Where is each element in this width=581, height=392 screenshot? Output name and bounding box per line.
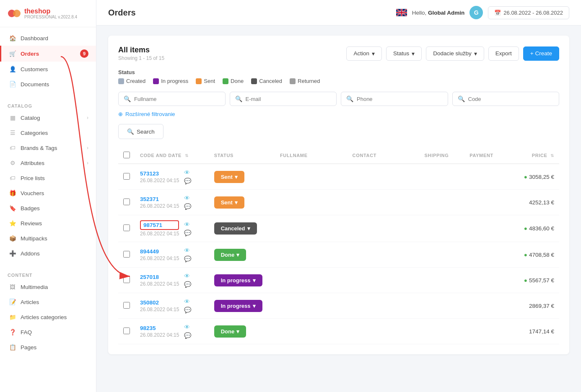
avatar[interactable]: G (469, 6, 483, 19)
status-label: In progress (221, 303, 251, 309)
status-label: Sent (221, 199, 233, 206)
advanced-filter[interactable]: ⊕ Rozšírené filtrovanie (118, 111, 559, 117)
phone-filter[interactable]: 🔍 (341, 92, 448, 106)
email-input[interactable] (246, 96, 332, 102)
order-code-link[interactable]: 352371 (140, 196, 179, 202)
sidebar-item-brands-tags[interactable]: 🏷 Brands & Tags › (0, 140, 96, 155)
row-checkbox[interactable] (123, 328, 130, 334)
code-input[interactable] (468, 96, 554, 102)
status-badge[interactable]: Done ▾ (214, 249, 246, 261)
order-code-link[interactable]: 257018 (140, 274, 179, 280)
order-code-link[interactable]: 350802 (140, 299, 179, 306)
col-status: STATUS (209, 147, 275, 164)
status-label: In progress (221, 277, 251, 284)
sidebar-item-pages[interactable]: 📋 Pages (0, 340, 96, 355)
date-range-filter[interactable]: 📅 26.08.2022 - 26.08.2022 (488, 6, 569, 19)
view-icon[interactable]: 👁 (184, 324, 191, 330)
sidebar-item-catalog[interactable]: ▦ Catalog › (0, 110, 96, 125)
status-button[interactable]: Status ▾ (386, 46, 422, 61)
email-filter[interactable]: 🔍 (230, 92, 337, 106)
status-badge[interactable]: Sent ▾ (214, 196, 244, 209)
order-code-highlighted[interactable]: 987571 (140, 220, 179, 230)
status-badge[interactable]: In progress ▾ (214, 274, 262, 286)
user-name: Global Admin (428, 10, 464, 16)
message-icon[interactable]: 💬 (184, 255, 191, 262)
search-button[interactable]: 🔍 Search (118, 124, 163, 139)
message-icon[interactable]: 💬 (184, 281, 191, 288)
create-button[interactable]: + Create (523, 46, 559, 61)
sidebar-item-multipacks[interactable]: 📦 Multipacks (0, 231, 96, 246)
price-value: 1747,14 € (529, 328, 554, 335)
row-checkbox[interactable] (123, 276, 130, 283)
view-icon[interactable]: 👁 (184, 247, 191, 254)
code-filter[interactable]: 🔍 (452, 92, 560, 106)
sidebar-item-vouchers[interactable]: 🎁 Vouchers (0, 186, 96, 201)
col-contact: CONTACT (348, 147, 420, 164)
sidebar-item-customers[interactable]: 👤 Customers (0, 62, 96, 77)
plus-circle-icon: ➕ (9, 250, 16, 257)
view-icon[interactable]: 👁 (184, 169, 191, 176)
row-checkbox[interactable] (123, 173, 130, 180)
sidebar-item-multimedia[interactable]: 🖼 Multimedia (0, 279, 96, 294)
col-price[interactable]: PRICE ⇅ (510, 147, 559, 164)
action-button[interactable]: Action ▾ (346, 46, 382, 61)
row-actions: 👁 💬 (184, 273, 191, 288)
sidebar-item-badges[interactable]: 🔖 Badges (0, 201, 96, 216)
chevron-down-icon: ▾ (235, 199, 238, 206)
sidebar-item-articles-categories[interactable]: 📁 Articles categories (0, 309, 96, 325)
sidebar-item-reviews[interactable]: ⭐ Reviews (0, 216, 96, 231)
view-icon[interactable]: 👁 (184, 273, 191, 279)
chevron-down-icon: ▾ (412, 50, 415, 57)
status-badge[interactable]: In progress ▾ (214, 300, 262, 312)
sidebar-item-orders[interactable]: 🛒 Orders 9 (0, 46, 96, 62)
table-row: 98235 26.08.2022 04:15 👁 💬 Done ▾ 1747,1… (118, 319, 559, 344)
search-icon: 🔍 (458, 95, 465, 102)
phone-input[interactable] (357, 96, 443, 102)
order-code-link[interactable]: 894449 (140, 248, 179, 255)
fullname-filter[interactable]: 🔍 (118, 92, 226, 106)
sidebar-item-documents[interactable]: 📄 Documents (0, 77, 96, 92)
export-button[interactable]: Export (488, 46, 519, 61)
row-checkbox[interactable] (123, 302, 130, 309)
topbar: Orders Hello, Global Admin (96, 0, 581, 26)
message-icon[interactable]: 💬 (184, 203, 191, 210)
message-icon[interactable]: 💬 (184, 332, 191, 339)
status-badge[interactable]: Canceled ▾ (214, 222, 257, 235)
view-icon[interactable]: 👁 (184, 221, 191, 228)
dodacie-button[interactable]: Dodacie služby ▾ (426, 46, 484, 61)
view-icon[interactable]: 👁 (184, 195, 191, 201)
language-flag[interactable] (396, 9, 407, 16)
view-icon[interactable]: 👁 (184, 298, 191, 305)
order-code-link[interactable]: 573123 (140, 170, 179, 177)
returned-dot (290, 78, 296, 84)
row-checkbox[interactable] (123, 251, 130, 258)
row-checkbox[interactable] (123, 224, 130, 231)
status-badge[interactable]: Done ▾ (214, 325, 246, 338)
message-icon[interactable]: 💬 (184, 178, 191, 184)
message-icon[interactable]: 💬 (184, 307, 191, 313)
status-legend: Created In progress Sent Done (118, 78, 559, 84)
sidebar-item-dashboard[interactable]: 🏠 Dashboard (0, 31, 96, 46)
status-badge[interactable]: Sent ▾ (214, 171, 244, 183)
sidebar-item-articles[interactable]: 📝 Articles (0, 294, 96, 309)
chevron-down-icon: ▾ (253, 277, 256, 284)
sidebar-item-attributes[interactable]: ⚙ Attributes › (0, 155, 96, 170)
row-checkbox[interactable] (123, 199, 130, 205)
message-icon[interactable]: 💬 (184, 230, 191, 236)
sidebar-item-label: Catalog (21, 115, 40, 121)
sidebar-item-faq[interactable]: ❓ FAQ (0, 325, 96, 340)
table-row: 352371 26.08.2022 04:15 👁 💬 Sent ▾ 4252,… (118, 190, 559, 215)
fullname-input[interactable] (134, 96, 220, 102)
sidebar-item-label: Multimedia (21, 284, 48, 290)
col-code-date[interactable]: CODE AND DATE ⇅ (135, 147, 209, 164)
calendar-icon: 📅 (494, 10, 501, 16)
sidebar-item-categories[interactable]: ☰ Categories (0, 125, 96, 140)
price-dot-icon: ● (524, 174, 527, 180)
price-cell: 1747,14 € (510, 319, 559, 344)
sidebar-item-price-lists[interactable]: 🏷 Price lists (0, 170, 96, 186)
order-code-link[interactable]: 98235 (140, 325, 179, 331)
sidebar-item-addons[interactable]: ➕ Addons (0, 246, 96, 261)
sidebar-item-label: Multipacks (21, 235, 47, 242)
select-all-checkbox[interactable] (123, 152, 130, 158)
doc-icon: 📄 (9, 80, 16, 88)
